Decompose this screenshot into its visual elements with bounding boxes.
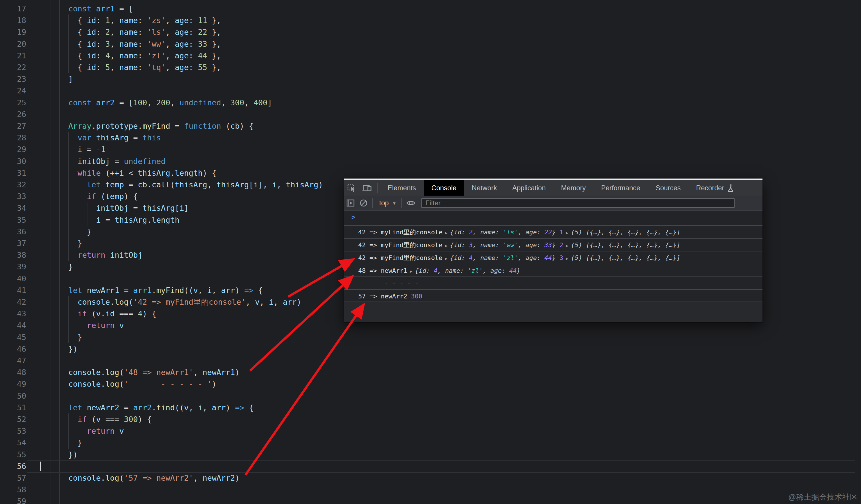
line-number: 35 [0, 214, 26, 226]
token: 300 [124, 415, 138, 424]
token: ) [212, 380, 216, 389]
token: length [152, 216, 180, 224]
console-messages-area[interactable]: 42 => myFind里的console ▶ {id: 1, name: 'z… [344, 210, 763, 322]
expand-triangle-icon[interactable]: ▶ [563, 256, 571, 261]
tab-memory[interactable]: Memory [554, 180, 594, 195]
console-text: , age: [518, 229, 544, 236]
token: = [119, 403, 133, 412]
line-number: 41 [0, 284, 26, 296]
token: v [119, 426, 124, 435]
token: thisArg [115, 216, 147, 224]
token: cb [230, 122, 240, 131]
token: '42 => myFind里的console' [133, 298, 246, 307]
token: : [189, 16, 198, 25]
line-number: 46 [0, 343, 26, 355]
line-number: 59 [0, 495, 26, 504]
token: thisArg [138, 168, 170, 177]
token: , [207, 180, 217, 189]
token: age [175, 28, 189, 37]
token: thisArg [216, 180, 249, 189]
token: v [96, 415, 101, 424]
chevron-down-icon: ▼ [392, 201, 396, 206]
inspect-element-icon[interactable] [344, 180, 359, 195]
expand-triangle-icon[interactable]: ▶ [442, 256, 450, 261]
token: name [119, 40, 138, 49]
expand-triangle-icon[interactable]: ▶ [563, 243, 571, 248]
token: id [87, 51, 96, 60]
prompt-chevron-icon: > [351, 213, 355, 221]
token: = [124, 180, 138, 189]
token: function [184, 122, 221, 131]
expand-triangle-icon[interactable]: ▶ [407, 269, 415, 274]
console-message-6: - - - - - [344, 276, 763, 289]
tab-sources[interactable]: Sources [648, 180, 688, 195]
line-number: 17 [0, 3, 26, 14]
line-number: 38 [0, 249, 26, 261]
code-line-45: 45 } [0, 331, 861, 343]
expand-triangle-icon[interactable]: ▶ [442, 243, 450, 248]
token [31, 403, 68, 412]
line-number: 29 [0, 144, 26, 155]
tab-recorder[interactable]: Recorder [688, 180, 742, 195]
token: thisArg [175, 180, 207, 189]
console-text: , age: [518, 254, 544, 261]
token: i [272, 180, 276, 189]
console-text: 'zl' [503, 254, 518, 261]
console-text: } [552, 254, 560, 261]
token: thisArg [142, 204, 175, 213]
token: arr [212, 403, 226, 412]
token: ' - - - - - ' [124, 380, 212, 389]
token [31, 286, 68, 295]
token: return [87, 426, 115, 435]
tab-elements[interactable]: Elements [380, 180, 424, 195]
tab-performance[interactable]: Performance [593, 180, 648, 195]
token: 'tq' [147, 63, 165, 72]
toolbar-separator [401, 198, 402, 208]
token: , [110, 28, 119, 37]
expand-triangle-icon[interactable]: ▶ [442, 230, 450, 235]
console-sidebar-icon[interactable] [344, 196, 357, 209]
token: 'ww' [147, 40, 165, 49]
console-text: 'zl' [468, 267, 483, 274]
device-toolbar-icon[interactable] [359, 180, 375, 195]
token [31, 298, 78, 307]
console-text: - - - - - [358, 280, 419, 287]
token: arr1 [133, 286, 152, 295]
token: , [203, 403, 212, 412]
code-line-27: 27 Array.prototype.myFind = function (cb… [0, 120, 861, 132]
line-number: 51 [0, 402, 26, 413]
token: i [198, 403, 202, 412]
token: name [119, 63, 138, 72]
tab-console[interactable]: Console [424, 180, 464, 195]
token: (( [175, 403, 184, 412]
code-line-50: 50 [0, 390, 861, 402]
console-message-5: 48 => newArr1 ▶ {id: 4, name: 'zl', age:… [344, 264, 763, 276]
token: }, [207, 51, 221, 60]
console-text: (5) [{…}, {…}, {…}, {…}, {…}] [571, 242, 680, 249]
console-prompt[interactable]: > [344, 210, 763, 223]
eye-icon[interactable] [404, 196, 418, 209]
token: log [105, 380, 119, 389]
token [115, 426, 119, 435]
tab-application[interactable]: Application [505, 180, 553, 195]
token: : [96, 63, 106, 72]
token [31, 250, 78, 259]
token: arr2 [96, 98, 115, 107]
tab-network[interactable]: Network [464, 180, 505, 195]
tab-label: Sources [656, 184, 681, 192]
token: , [244, 98, 254, 107]
token [31, 368, 68, 377]
token: , [246, 298, 255, 307]
token: . [147, 216, 151, 224]
token: , [110, 40, 119, 49]
console-text: 22 [544, 229, 552, 236]
token: : [189, 28, 198, 37]
token: = [ [115, 4, 133, 13]
clear-console-icon[interactable] [357, 196, 370, 209]
token: ) [318, 180, 323, 189]
filter-input[interactable] [421, 198, 735, 208]
token [31, 98, 68, 107]
expand-triangle-icon[interactable]: ▶ [563, 230, 571, 235]
token: thisArg [286, 180, 318, 189]
context-selector-dropdown[interactable]: top ▼ [375, 199, 399, 207]
